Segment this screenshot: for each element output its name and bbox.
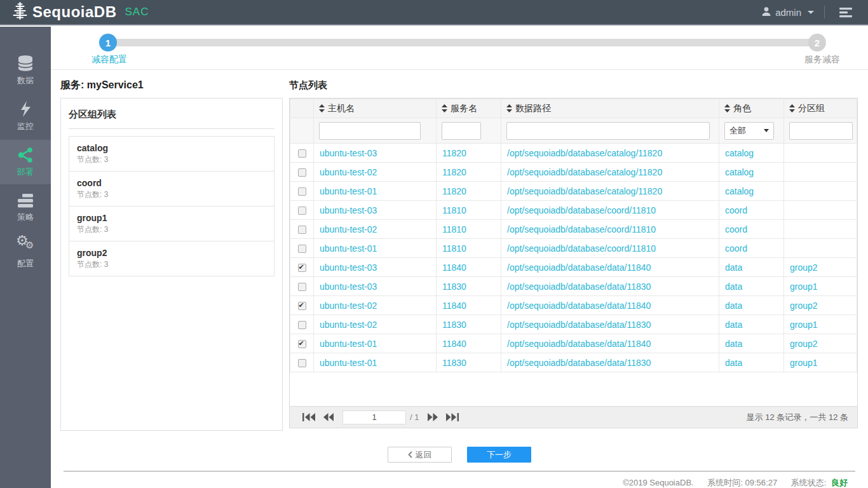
- host-cell: ubuntu-test-01: [314, 239, 437, 258]
- path-cell: /opt/sequoiadb/database/coord/11810: [501, 239, 719, 258]
- step-progress-track: [108, 39, 817, 46]
- path-cell: /opt/sequoiadb/database/data/11840: [501, 334, 719, 353]
- row-checkbox[interactable]: [298, 245, 306, 253]
- row-checkbox[interactable]: [298, 283, 306, 291]
- row-checkbox[interactable]: [298, 340, 306, 348]
- row-checkbox[interactable]: [298, 168, 306, 177]
- path-cell: /opt/sequoiadb/database/catalog/11820: [501, 163, 719, 182]
- sidebar-item-label: 数据: [17, 75, 34, 86]
- group-list-item[interactable]: catalog 节点数: 3: [69, 136, 275, 172]
- group-name: coord: [77, 177, 266, 189]
- host-cell: ubuntu-test-03: [314, 144, 437, 163]
- prev-page-button[interactable]: [319, 413, 337, 421]
- column-header-service[interactable]: 服务名: [437, 99, 501, 118]
- group-list-item[interactable]: group2 节点数: 3: [69, 241, 275, 276]
- sidebar-item-label: 配置: [17, 258, 34, 269]
- host-cell: ubuntu-test-01: [314, 353, 437, 372]
- host-filter-input[interactable]: [319, 122, 421, 140]
- first-page-button[interactable]: [299, 413, 319, 421]
- record-count-summary: 显示 12 条记录，一共 12 条: [747, 412, 848, 423]
- row-checkbox[interactable]: [298, 264, 306, 272]
- path-cell: /opt/sequoiadb/database/catalog/11820: [501, 182, 719, 201]
- sort-icon: [724, 104, 730, 112]
- path-filter-input[interactable]: [506, 122, 710, 140]
- row-checkbox[interactable]: [298, 321, 306, 329]
- host-cell: ubuntu-test-02: [314, 296, 437, 315]
- select-caret-icon: [764, 129, 769, 132]
- table-spacer: [290, 372, 857, 406]
- role-cell: catalog: [719, 144, 784, 163]
- group-cell: group1: [784, 353, 857, 372]
- row-checkbox[interactable]: [298, 226, 306, 234]
- column-header-group[interactable]: 分区组: [784, 99, 857, 118]
- group-cell: group2: [784, 258, 857, 277]
- table-row: ubuntu-test-02 11810 /opt/sequoiadb/data…: [290, 220, 857, 239]
- host-cell: ubuntu-test-03: [314, 201, 437, 220]
- divider: [824, 6, 825, 18]
- row-checkbox[interactable]: [298, 302, 306, 310]
- service-cell: 11830: [437, 353, 501, 372]
- row-checkbox[interactable]: [298, 149, 306, 158]
- column-header-host[interactable]: 主机名: [314, 99, 437, 118]
- path-cell: /opt/sequoiadb/database/data/11830: [501, 277, 719, 296]
- database-icon: [17, 55, 34, 72]
- group-node-count: 节点数: 3: [77, 259, 266, 270]
- host-cell: ubuntu-test-02: [314, 220, 437, 239]
- filter-empty-cell: [290, 118, 314, 144]
- path-cell: /opt/sequoiadb/database/data/11830: [501, 315, 719, 334]
- step-1-label: 减容配置: [92, 54, 127, 65]
- column-header-role[interactable]: 角色: [719, 99, 784, 118]
- sidebar-item-config[interactable]: ⚙ ⚙ 配置: [0, 231, 51, 276]
- row-checkbox[interactable]: [298, 187, 306, 196]
- page-total: / 1: [410, 412, 419, 422]
- service-title: 服务: myService1: [60, 72, 283, 98]
- sidebar-item-strategy[interactable]: 策略: [0, 186, 51, 230]
- user-icon: [761, 6, 771, 18]
- service-cell: 11820: [437, 182, 501, 201]
- group-cell: [784, 163, 857, 182]
- brand-suffix: SAC: [125, 6, 149, 18]
- role-cell: data: [719, 334, 784, 353]
- node-table-body: ubuntu-test-03 11820 /opt/sequoiadb/data…: [290, 144, 857, 372]
- service-cell: 11840: [437, 258, 501, 277]
- role-cell: coord: [719, 201, 784, 220]
- group-name: group1: [77, 212, 266, 224]
- copyright-text: ©2019 SequoiaDB.: [623, 478, 694, 487]
- group-list-item[interactable]: coord 节点数: 3: [69, 171, 275, 207]
- node-list-title: 节点列表: [289, 72, 858, 98]
- sidebar-item-data[interactable]: 数据: [0, 48, 51, 93]
- user-menu[interactable]: admin: [761, 6, 814, 18]
- select-column-header: [290, 99, 314, 118]
- table-row: ubuntu-test-03 11820 /opt/sequoiadb/data…: [290, 144, 857, 163]
- role-cell: catalog: [719, 182, 784, 201]
- service-filter-input[interactable]: [442, 122, 481, 140]
- role-filter-select[interactable]: 全部: [724, 122, 774, 140]
- sort-icon: [789, 104, 795, 112]
- sort-icon: [319, 104, 325, 112]
- group-filter-input[interactable]: [789, 122, 853, 140]
- group-list-panel: 分区组列表 catalog 节点数: 3 coord 节点数: 3 group1…: [60, 98, 283, 431]
- group-list-item[interactable]: group1 节点数: 3: [69, 206, 275, 241]
- strategy-icon: [17, 193, 34, 208]
- last-page-button[interactable]: [442, 413, 463, 421]
- next-page-button[interactable]: [424, 413, 442, 421]
- table-row: ubuntu-test-03 11810 /opt/sequoiadb/data…: [290, 201, 857, 220]
- service-cell: 11840: [437, 296, 501, 315]
- sidebar-item-deploy[interactable]: 部署: [0, 140, 51, 184]
- role-cell: data: [719, 258, 784, 277]
- table-row: ubuntu-test-01 11830 /opt/sequoiadb/data…: [290, 353, 857, 372]
- table-row: ubuntu-test-02 11820 /opt/sequoiadb/data…: [290, 163, 857, 182]
- page-number-input[interactable]: [342, 410, 406, 424]
- chevron-left-icon: [408, 451, 412, 458]
- row-checkbox[interactable]: [298, 359, 306, 367]
- sidebar-item-monitor[interactable]: 监控: [0, 94, 51, 139]
- role-cell: data: [719, 315, 784, 334]
- back-button[interactable]: 返回: [388, 447, 452, 463]
- row-checkbox[interactable]: [298, 207, 306, 215]
- next-step-button[interactable]: 下一步: [467, 447, 531, 463]
- column-header-path[interactable]: 数据路径: [501, 99, 719, 118]
- role-cell: data: [719, 296, 784, 315]
- group-cell: [784, 144, 857, 163]
- task-list-button[interactable]: [835, 7, 857, 18]
- path-cell: /opt/sequoiadb/database/coord/11810: [501, 220, 719, 239]
